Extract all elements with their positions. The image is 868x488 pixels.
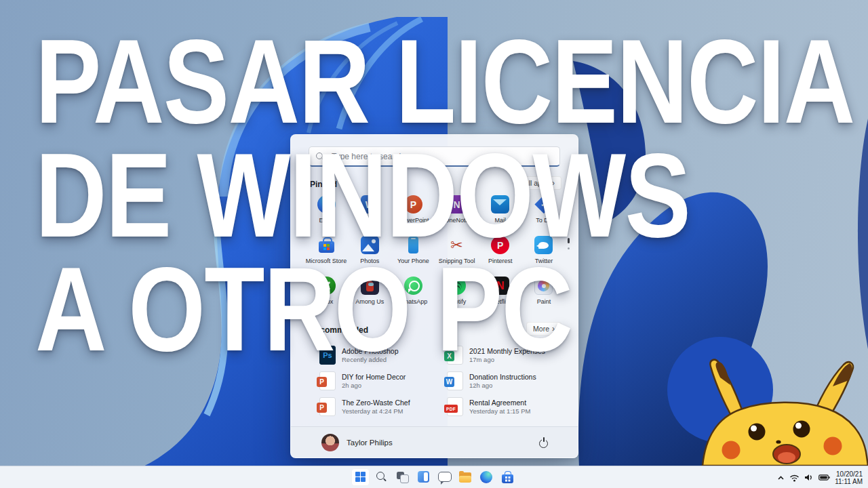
icon-glyph: W — [444, 377, 454, 387]
photos-icon — [361, 236, 379, 254]
pinned-app-paint[interactable]: Paint — [522, 274, 566, 315]
all-apps-label: All apps — [524, 179, 549, 187]
pinned-app-spotify[interactable]: Spotify — [435, 274, 478, 315]
recommended-item-2021-monthly-expenses[interactable]: X2021 Monthly Expenses17m ago — [447, 342, 574, 368]
tray-date: 10/20/21 — [835, 470, 863, 478]
start-menu: Pinned All apps › EdgeWWordPPowerPointNO… — [290, 134, 578, 458]
search-icon — [315, 152, 325, 161]
pinned-app-snipping-tool[interactable]: ✂Snipping Tool — [435, 234, 478, 274]
all-apps-button[interactable]: All apps › — [517, 176, 561, 190]
recommended-title: 2021 Monthly Expenses — [469, 347, 545, 355]
power-button[interactable] — [534, 434, 552, 451]
surprised-pikachu-meme — [694, 353, 868, 466]
screen: Pinned All apps › EdgeWWordPPowerPointNO… — [0, 0, 868, 488]
recommended-item-donation-instructions[interactable]: WDonation Instructions12h ago — [447, 368, 574, 394]
icon-glyph: N — [454, 200, 460, 209]
taskbar-file-explorer-button[interactable] — [456, 468, 475, 486]
start-search-input[interactable] — [330, 151, 553, 162]
app-label: Edge — [319, 217, 334, 224]
user-name: Taylor Philips — [347, 439, 393, 447]
start-search-box[interactable] — [309, 146, 560, 167]
chevron-right-icon: › — [552, 325, 555, 332]
more-label: More — [533, 325, 549, 333]
icon-glyph: N — [496, 281, 505, 291]
recommended-title: DIY for Home Decor — [342, 373, 406, 381]
recommended-subtitle: Yesterday at 4:24 PM — [342, 407, 410, 415]
app-label: Paint — [537, 298, 551, 305]
paint-icon — [534, 277, 553, 295]
spotify-icon — [448, 277, 466, 295]
icon-glyph: W — [366, 200, 374, 209]
pdf-file-icon: PDF — [447, 397, 463, 416]
taskbar-edge-button[interactable] — [477, 468, 496, 486]
twitter-icon — [534, 236, 553, 254]
snip-icon: ✂ — [448, 236, 466, 254]
battery-icon[interactable] — [818, 474, 830, 481]
taskbar-widgets-button[interactable] — [414, 468, 433, 486]
pinned-app-netflix[interactable]: NNetflix — [479, 274, 522, 315]
icon-glyph: ✂ — [450, 238, 462, 253]
recommended-subtitle: Recently added — [342, 356, 399, 363]
icon-glyph: P — [317, 377, 327, 387]
pinned-app-xbox[interactable]: Xbox — [304, 274, 348, 315]
pinned-app-mail[interactable]: Mail — [479, 193, 522, 234]
ppt-file-icon: P — [319, 397, 336, 416]
volume-icon[interactable] — [804, 474, 814, 481]
pinned-app-powerpoint[interactable]: PPowerPoint — [391, 193, 435, 234]
yourphone-icon — [404, 236, 422, 254]
taskbar-search-button[interactable] — [372, 468, 391, 486]
recommended-title: Donation Instructions — [469, 373, 536, 381]
system-tray: 10/20/21 11:11 AM — [777, 466, 863, 488]
recommended-item-the-zero-waste-chef[interactable]: PThe Zero-Waste ChefYesterday at 4:24 PM — [319, 394, 447, 420]
xbox-icon — [317, 277, 336, 295]
amongus-icon — [361, 277, 379, 295]
app-label: Your Phone — [397, 258, 429, 264]
pinned-app-edge[interactable]: Edge — [304, 193, 348, 234]
taskbar-start-button[interactable] — [351, 468, 370, 486]
icon-glyph: P — [317, 403, 327, 413]
taskbar-clock[interactable]: 10/20/21 11:11 AM — [835, 470, 863, 485]
start-user-bar[interactable]: Taylor Philips — [291, 426, 578, 458]
app-label: Spotify — [448, 298, 467, 305]
todo-icon: ✓ — [534, 195, 553, 214]
recommended-list: PsAdobe PhotoshopRecently addedX2021 Mon… — [319, 342, 564, 420]
excel-file-icon: X — [447, 346, 463, 365]
recommended-item-diy-for-home-decor[interactable]: PDIY for Home Decor2h ago — [319, 368, 447, 394]
app-label: Twitter — [535, 258, 553, 264]
whatsapp-icon — [404, 277, 422, 295]
user-avatar[interactable] — [321, 434, 339, 451]
pinned-app-word[interactable]: WWord — [348, 193, 391, 234]
pinned-app-microsoft-store[interactable]: Microsoft Store — [304, 234, 348, 274]
mail-icon — [491, 195, 509, 214]
app-label: OneNote — [445, 217, 469, 224]
icon-glyph: ✓ — [540, 201, 547, 208]
recommended-item-rental-agreement[interactable]: PDFRental AgreementYesterday at 1:15 PM — [447, 394, 574, 420]
icon-glyph: P — [497, 241, 503, 250]
taskbar-task-view-button[interactable] — [393, 468, 412, 486]
word-icon: W — [361, 195, 379, 214]
pinned-heading: Pinned — [310, 180, 337, 189]
taskbar-store-button[interactable] — [498, 468, 517, 486]
pinned-pager[interactable] — [568, 238, 570, 249]
recommended-title: Adobe Photoshop — [342, 347, 399, 355]
file-explorer-icon — [459, 471, 464, 474]
netflix-icon: N — [491, 277, 509, 295]
recommended-item-adobe-photoshop[interactable]: PsAdobe PhotoshopRecently added — [319, 342, 447, 368]
icon-glyph: X — [444, 351, 454, 361]
taskbar-chat-button[interactable] — [435, 468, 454, 486]
chevron-up-icon[interactable] — [777, 475, 785, 481]
recommended-subtitle: 17m ago — [469, 356, 545, 363]
edge-icon — [317, 195, 336, 214]
pinned-app-your-phone[interactable]: Your Phone — [391, 234, 435, 274]
pinned-app-to-do[interactable]: ✓To Do — [522, 193, 566, 234]
pinned-app-among-us[interactable]: Among Us — [348, 274, 391, 315]
wifi-icon[interactable] — [789, 474, 800, 482]
pinned-app-onenote[interactable]: NOneNote — [435, 193, 478, 234]
pinned-app-pinterest[interactable]: PPinterest — [479, 234, 522, 274]
pinned-app-photos[interactable]: Photos — [348, 234, 391, 274]
pinned-app-twitter[interactable]: Twitter — [522, 234, 566, 274]
app-label: Xbox — [319, 298, 334, 305]
more-button[interactable]: More › — [526, 322, 561, 336]
pinned-app-whatsapp[interactable]: WhatsApp — [391, 274, 435, 315]
app-label: Word — [363, 217, 377, 224]
